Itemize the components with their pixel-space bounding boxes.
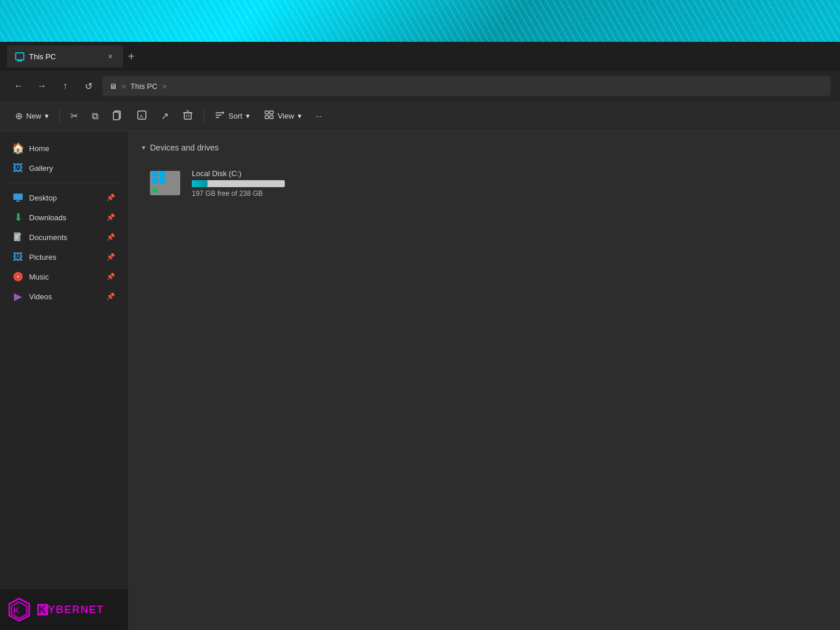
win-tile-2 [159,171,165,177]
sidebar: 🏠 Home 🖼 Gallery Desktop 📌 ⬇ Downloads 📌 [0,131,128,630]
sidebar-item-downloads[interactable]: ⬇ Downloads 📌 [3,207,124,227]
sidebar-item-desktop[interactable]: Desktop 📌 [3,188,124,207]
delete-button[interactable] [177,106,199,127]
monitor-icon [15,52,24,60]
rename-button[interactable]: A [131,106,153,127]
logo-rest: YBERNET [48,604,105,615]
videos-pin-icon: 📌 [106,292,115,300]
more-button[interactable]: ··· [310,106,328,127]
drive-space-bar [192,180,285,187]
home-icon: 🏠 [13,143,23,153]
section-header-devices: ▾ Devices and drives [142,143,826,152]
toolbar-divider-1 [59,108,60,124]
sort-label: Sort [228,112,242,120]
view-dropdown-icon: ▾ [298,112,302,120]
new-label: New [26,112,41,120]
sidebar-item-documents[interactable]: Documents 📌 [3,227,124,247]
window-tab[interactable]: This PC × [7,45,123,67]
sidebar-item-music[interactable]: Music 📌 [3,267,124,287]
up-button[interactable]: ↑ [56,77,74,95]
address-sep1: > [121,82,126,91]
downloads-icon: ⬇ [13,212,23,223]
content-area: ▾ Devices and drives Local Disk (C:) [128,131,840,630]
share-button[interactable]: ↗ [155,106,174,127]
svg-rect-14 [265,116,269,119]
sidebar-item-desktop-label: Desktop [29,194,101,202]
drive-disk-body [150,171,180,195]
win-tile-4 [159,178,165,184]
toolbar: ⊕ New ▾ ✂ ⧉ A ↗ [0,101,840,131]
svg-rect-4 [184,113,191,119]
delete-icon [183,110,193,123]
sidebar-item-music-label: Music [29,273,101,281]
new-tab-button[interactable]: + [128,50,135,63]
svg-text:A: A [140,113,143,119]
forward-button[interactable]: → [33,77,51,95]
address-bar[interactable]: 🖥 > This PC > [102,76,831,96]
paste-button[interactable] [106,106,128,127]
share-icon: ↗ [161,110,169,121]
drive-item-c[interactable]: Local Disk (C:) 197 GB free of 238 GB [142,163,305,203]
desktop-pin-icon: 📌 [106,194,115,202]
navigation-bar: ← → ↑ ↺ 🖥 > This PC > [0,71,840,101]
svg-rect-16 [13,194,23,200]
new-dropdown-icon: ▾ [45,112,49,120]
sidebar-divider [9,182,119,183]
win-tile-1 [152,171,158,177]
drive-info: Local Disk (C:) 197 GB free of 238 GB [192,169,285,198]
section-title: Devices and drives [150,143,219,152]
drive-bar-fill [192,180,208,187]
kybernet-logo: K KYBERNET [0,589,128,630]
logo-hex-icon: K [7,597,31,622]
sidebar-item-gallery[interactable]: 🖼 Gallery [3,158,124,178]
sidebar-item-pictures[interactable]: 🖼 Pictures 📌 [3,247,124,267]
svg-text:K: K [13,606,19,615]
sort-icon [215,110,225,123]
svg-rect-12 [265,111,269,114]
sidebar-item-videos[interactable]: ▶ Videos 📌 [3,287,124,306]
address-path: This PC [131,82,158,91]
svg-rect-17 [16,201,20,202]
cut-button[interactable]: ✂ [65,106,84,127]
sidebar-item-downloads-label: Downloads [29,213,101,222]
logo-text: KYBERNET [37,604,104,616]
cut-icon: ✂ [70,110,78,121]
new-button[interactable]: ⊕ New ▾ [9,106,55,127]
svg-rect-13 [270,111,273,114]
downloads-pin-icon: 📌 [106,213,115,221]
svg-point-24 [17,276,19,278]
top-decoration-bar [0,0,840,42]
sort-dropdown-icon: ▾ [246,112,250,120]
drive-icon-wrapper [148,169,183,198]
tab-title: This PC [29,52,101,61]
sidebar-item-gallery-label: Gallery [29,164,115,173]
main-container: 🏠 Home 🖼 Gallery Desktop 📌 ⬇ Downloads 📌 [0,131,840,630]
more-label: ··· [316,112,322,120]
drive-name: Local Disk (C:) [192,169,285,178]
drive-free-space: 197 GB free of 238 GB [192,189,285,198]
back-button[interactable]: ← [9,77,28,95]
svg-rect-15 [270,116,273,119]
title-bar: This PC × + [0,42,840,71]
documents-icon [13,232,23,242]
music-pin-icon: 📌 [106,273,115,281]
close-tab-button[interactable]: × [106,51,115,62]
copy-button[interactable]: ⧉ [86,106,104,127]
paste-icon [112,110,123,123]
view-icon [264,110,274,123]
view-button[interactable]: View ▾ [258,106,308,127]
desktop-icon [13,192,23,203]
svg-rect-1 [113,112,119,120]
logo-k: K [37,604,48,615]
pictures-pin-icon: 📌 [106,253,115,261]
gallery-icon: 🖼 [13,163,23,173]
music-icon [13,271,23,282]
refresh-button[interactable]: ↺ [79,77,98,95]
sidebar-item-home[interactable]: 🏠 Home [3,138,124,158]
sidebar-item-home-label: Home [29,144,115,153]
sort-button[interactable]: Sort ▾ [209,106,256,127]
win-tile-3 [152,178,158,184]
section-chevron-icon: ▾ [142,144,145,152]
address-sep2: > [162,82,167,91]
toolbar-divider-2 [203,108,204,124]
